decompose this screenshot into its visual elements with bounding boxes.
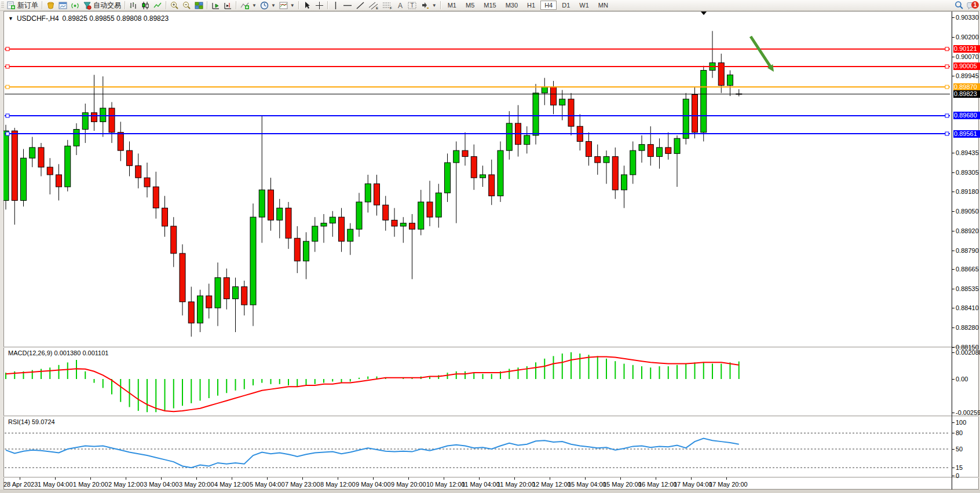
price-tick-label: 0.89050 [956, 208, 979, 215]
candle [727, 75, 733, 85]
candle [268, 190, 274, 220]
chart-window-icon [58, 1, 67, 10]
line-anchor-handle[interactable] [6, 132, 9, 135]
timeframe-button-H1[interactable]: H1 [523, 1, 539, 10]
time-tick-label: 1 May 20:00 [73, 481, 108, 488]
search-icon[interactable] [955, 1, 964, 12]
annotation-arrow[interactable] [751, 36, 771, 68]
line-anchor-handle[interactable] [6, 85, 9, 89]
candle [604, 157, 609, 163]
timeframe-button-H4[interactable]: H4 [540, 1, 557, 10]
price-line-label: 0.90121 [953, 45, 980, 53]
text-label-icon: T [408, 1, 417, 10]
periods-button[interactable]: ▼ [258, 0, 277, 10]
notification-badge[interactable]: 1 [971, 1, 979, 9]
price-axis[interactable]: 0.903300.902000.900700.899450.894350.893… [952, 11, 980, 490]
price-line-label: 0.90005 [953, 62, 980, 70]
time-tick-mark [691, 477, 692, 480]
timeframe-button-M15[interactable]: M15 [480, 1, 500, 10]
timeframe-button-M1[interactable]: M1 [444, 1, 460, 10]
candle [74, 130, 79, 146]
line-anchor-handle[interactable] [6, 65, 9, 68]
new-order-label: 新订单 [17, 1, 38, 10]
time-tick-label: 3 May 04:00 [144, 481, 179, 488]
line-anchor-handle[interactable] [6, 47, 9, 51]
timeframe-button-M30[interactable]: M30 [502, 1, 522, 10]
templates-button[interactable]: ▼ [277, 0, 297, 10]
new-order-button[interactable]: 新订单 [5, 0, 40, 10]
equidistant-channel-tool[interactable]: E [367, 0, 381, 10]
rsi-pane[interactable] [3, 417, 952, 477]
new-order-icon [7, 1, 16, 10]
price-line-label: 0.89680 [953, 112, 980, 119]
trendline-icon [356, 1, 365, 10]
timeframe-button-MN[interactable]: MN [594, 1, 612, 10]
line-anchor-handle[interactable] [945, 114, 949, 117]
tick-chart-button[interactable] [45, 0, 57, 10]
auto-trading-button[interactable]: 自动交易 [81, 0, 123, 10]
fibonacci-tool[interactable]: F [381, 0, 394, 10]
zoom-out-button[interactable] [181, 0, 193, 10]
time-tick-mark [444, 477, 444, 480]
signals-button[interactable] [69, 0, 81, 10]
candle [339, 217, 345, 241]
candle [286, 208, 291, 238]
timeframe-button-D1[interactable]: D1 [558, 1, 574, 10]
candle [462, 150, 468, 156]
bars-chart-icon [129, 1, 138, 10]
price-line-label: 0.89561 [953, 130, 980, 138]
candle [109, 108, 115, 133]
candle [250, 217, 256, 305]
crosshair-tool-button[interactable] [313, 0, 326, 10]
horizontal-line-tool[interactable] [341, 0, 354, 10]
time-tick-label: 8 May 12:00 [320, 481, 356, 488]
candle [321, 223, 327, 226]
timeframe-button-M5[interactable]: M5 [462, 1, 478, 10]
market-window-button[interactable] [57, 0, 69, 10]
vertical-line-tool[interactable] [330, 0, 341, 10]
candle [683, 99, 689, 138]
cursor-tool-button[interactable] [301, 0, 313, 10]
candle [692, 94, 698, 132]
text-label-tool[interactable]: T [406, 0, 419, 10]
trendline-tool[interactable] [354, 0, 367, 10]
zoom-in-button[interactable] [169, 0, 181, 10]
axis-tick-mark [952, 352, 955, 353]
main-chart-pane[interactable] [3, 12, 952, 347]
line-anchor-handle[interactable] [945, 85, 949, 89]
candle [277, 208, 283, 220]
auto-scroll-button[interactable] [210, 0, 222, 10]
line-anchor-handle[interactable] [945, 132, 949, 135]
axis-tick-mark [952, 37, 955, 38]
channel-icon: E [368, 1, 379, 10]
time-tick-mark [232, 477, 232, 480]
line-anchor-handle[interactable] [945, 65, 949, 68]
time-tick-label: 2 May 12:00 [108, 481, 144, 488]
line-chart-button[interactable] [152, 0, 164, 10]
indicators-button[interactable]: ▼ [239, 0, 258, 10]
time-tick-label: 17 May 04:00 [674, 481, 712, 488]
toolbar-drag-handle[interactable] [1, 2, 4, 9]
candlestick-chart-button[interactable] [140, 0, 152, 10]
time-axis[interactable]: 28 Apr 20231 May 04:001 May 20:002 May 1… [3, 477, 952, 490]
chart-shift-button[interactable] [222, 0, 234, 10]
chat-bubble-icon[interactable]: 1 [966, 2, 978, 11]
timeframe-button-W1[interactable]: W1 [575, 1, 593, 10]
candle [418, 202, 424, 229]
line-anchor-handle[interactable] [6, 114, 9, 117]
axis-tick-mark [952, 413, 955, 413]
candle [586, 141, 592, 156]
tile-windows-button[interactable] [193, 0, 205, 10]
line-anchor-handle[interactable] [945, 47, 949, 51]
svg-text:E: E [376, 6, 378, 10]
text-tool[interactable]: A [394, 0, 406, 10]
time-tick-label: 11 May 04:00 [462, 481, 500, 488]
arrows-tool-button[interactable]: ▼ [419, 0, 438, 10]
candle [206, 296, 212, 308]
timeframe-row: M1M5M15M30H1H4D1W1MN [443, 1, 613, 9]
macd-pane[interactable] [3, 348, 952, 415]
axis-tick-mark [952, 468, 955, 468]
bar-chart-button[interactable] [127, 0, 140, 10]
price-tick-label: -0.002597 [956, 409, 980, 416]
auto-scroll-icon [211, 1, 220, 10]
